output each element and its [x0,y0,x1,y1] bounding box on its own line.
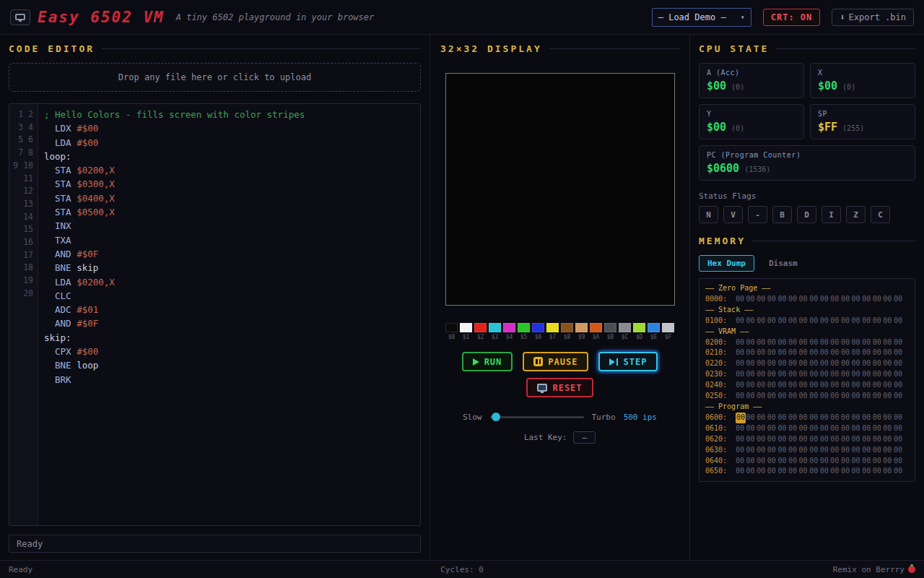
load-demo-select[interactable]: — Load Demo — ▾ [652,8,751,27]
code-editor-column: CODE EDITOR Drop any file here or click … [0,35,430,560]
app-title: Easy 6502 VM [38,9,165,26]
flag-box: B [772,206,792,223]
code-line[interactable]: LDA #$00 [44,136,414,150]
monitor-icon [15,14,25,20]
memory-tabs: Hex DumpDisasm [699,255,915,272]
code-line[interactable]: LDX #$00 [44,121,414,135]
palette-swatch: $D [633,323,645,340]
register-card: X$00(0) [810,63,915,98]
code-line[interactable]: ; Hello Colors - fills screen with color… [44,108,414,121]
code-editor-heading: CODE EDITOR [9,43,421,54]
status-flags-label: Status Flags [699,191,915,201]
palette-swatch: $E [648,323,660,340]
speed-slider[interactable] [490,416,584,418]
memory-section-label: —— Stack —— [705,305,909,316]
pause-button[interactable]: PAUSE [523,352,588,371]
memory-row: 0220:00000000000000000000000000000000 [705,358,909,369]
editor-gutter: 1 23 45 67 89 1011121314151617181920 [9,104,38,525]
step-button[interactable]: STEP [598,352,658,371]
memory-row: 0650:00000000000000000000000000000000 [705,466,909,477]
palette-swatch: $8 [561,323,573,340]
display-canvas[interactable] [445,73,675,306]
code-line[interactable]: loop: [44,150,414,163]
memory-row: 0000:00000000000000000000000000000000 [705,294,909,305]
code-line[interactable]: TXA [44,233,414,247]
speed-slider-thumb[interactable] [492,413,500,421]
palette-swatch: $F [662,323,674,340]
flag-box: D [797,206,816,223]
tab-disasm[interactable]: Disasm [760,255,806,272]
code-line[interactable]: LDA $0200,X [44,275,414,289]
cpu-state-heading: CPU STATE [699,43,915,54]
code-line[interactable]: ADC #$01 [44,303,414,316]
tab-hex-dump[interactable]: Hex Dump [699,255,754,272]
memory-row: 0230:00000000000000000000000000000000 [705,369,909,380]
palette-swatch: $7 [546,323,559,340]
flag-box: I [821,206,841,223]
palette-swatch: $2 [474,323,487,340]
slider-label-turbo: Turbo [592,413,616,422]
memory-row: 0600:00000000000000000000000000000000 [705,413,909,423]
palette-swatch: $0 [445,323,458,340]
run-button[interactable]: RUN [462,352,513,371]
code-line[interactable]: CLC [44,289,414,303]
code-line[interactable]: INX [44,219,414,233]
speed-value: 500 ips [624,413,657,422]
code-line[interactable]: STA $0400,X [44,191,414,205]
main-content: CODE EDITOR Drop any file here or click … [0,35,924,560]
palette-swatch: $9 [575,323,588,340]
play-icon [473,358,479,366]
code-line[interactable]: AND #$0F [44,247,414,261]
palette: $0$1$2$3$4$5$6$7$8$9$A$B$C$D$E$F [440,323,679,340]
memory-row: 0620:00000000000000000000000000000000 [705,434,909,445]
flag-box: C [871,206,890,223]
reset-button[interactable]: RESET [526,378,593,397]
remix-link[interactable]: Remix on Berrry [833,565,915,574]
palette-swatch: $6 [532,323,544,340]
app-subtitle: A tiny 6502 playground in your browser [176,12,375,22]
speed-control-row: Slow Turbo 500 ips [440,413,679,422]
code-line[interactable]: AND #$0F [44,316,414,330]
footer-bar: Ready Cycles: 0 Remix on Berrry [0,560,924,578]
memory-section-label: —— Program —— [705,402,909,413]
palette-swatch: $B [604,323,616,340]
memory-section-label: —— VRAM —— [705,327,909,337]
flag-box: N [699,206,718,223]
export-bin-button[interactable]: ⬇ Export .bin [832,9,914,26]
last-key-value: — [573,431,596,444]
code-line[interactable]: STA $0300,X [44,177,414,191]
header-bar: Easy 6502 VM A tiny 6502 playground in y… [0,0,924,35]
code-line[interactable]: STA $0200,X [44,163,414,177]
register-grid: A (Acc)$00(0)X$00(0)Y$00(0)SP$FF(255)PC … [699,63,915,181]
code-line[interactable]: BRK [44,373,414,387]
code-area[interactable]: ; Hello Colors - fills screen with color… [38,104,420,525]
memory-panel[interactable]: —— Zero Page ——0000:00000000000000000000… [699,278,915,482]
memory-row: 0240:00000000000000000000000000000000 [705,380,909,391]
berry-icon [908,566,915,573]
memory-row: 0610:00000000000000000000000000000000 [705,423,909,434]
app-logo [10,9,30,25]
code-line[interactable]: BNE skip [44,261,414,275]
crt-toggle-button[interactable]: CRT: ON [763,9,821,26]
editor-status-text: Ready [17,539,43,549]
palette-swatch: $A [590,323,602,340]
memory-row: 0250:00000000000000000000000000000000 [705,391,909,402]
code-line[interactable]: skip: [44,331,414,345]
file-dropzone[interactable]: Drop any file here or click to upload [9,63,421,92]
dropzone-label: Drop any file here or click to upload [118,72,311,82]
code-editor[interactable]: 1 23 45 67 89 1011121314151617181920 ; H… [9,103,421,526]
editor-status-bar: Ready [9,535,421,553]
flag-box: Z [846,206,866,223]
memory-row: 0630:00000000000000000000000000000000 [705,445,909,456]
load-demo-selected-value: — Load Demo — [658,12,726,22]
memory-row: 0100:00000000000000000000000000000000 [705,316,909,327]
memory-row: 0200:00000000000000000000000000000000 [705,337,909,348]
pause-icon [533,357,543,366]
code-line[interactable]: STA $0500,X [44,205,414,219]
vm-controls: RUN PAUSE STEP [440,352,679,371]
palette-swatch: $C [619,323,631,340]
code-line[interactable]: BNE loop [44,358,414,372]
memory-heading: MEMORY [699,236,915,246]
code-line[interactable]: CPX #$00 [44,345,414,358]
register-card: PC (Program Counter)$0600(1536) [699,145,915,181]
